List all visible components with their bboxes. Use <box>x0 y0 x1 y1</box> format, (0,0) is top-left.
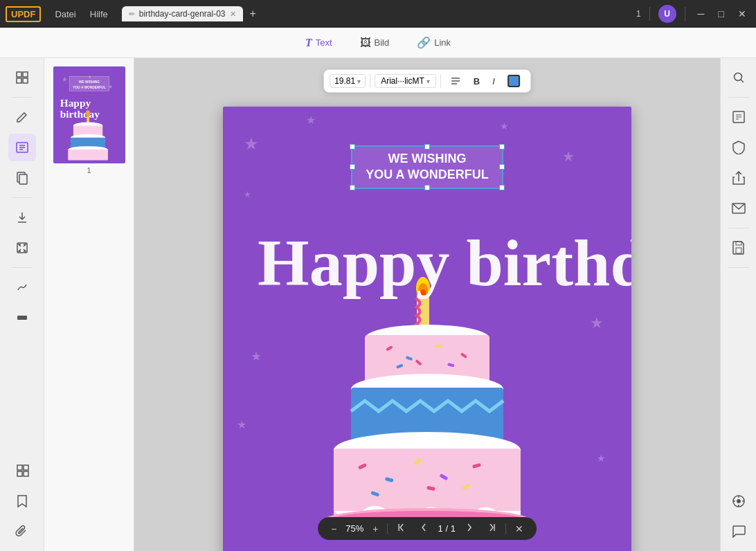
handle-mr[interactable] <box>499 164 505 170</box>
svg-point-77 <box>737 499 741 503</box>
right-sidebar-save[interactable] <box>725 234 753 262</box>
sidebar-sep-2 <box>12 197 33 198</box>
separator <box>370 74 370 88</box>
user-avatar[interactable]: U <box>658 5 676 23</box>
toolbar-link[interactable]: 🔗 Link <box>411 33 456 52</box>
sidebar-icon-layers[interactable] <box>9 457 37 485</box>
main-toolbar: T Text 🖼 Bild 🔗 Link <box>0 28 756 58</box>
zoom-out-button[interactable]: − <box>327 522 340 536</box>
sidebar-icon-pages[interactable] <box>8 164 36 192</box>
font-size-control[interactable]: 19.81 ▾ <box>330 74 366 88</box>
thumbnail-panel: ★ ★ ★ WE WISHING YOU A WONDERFUL Happy b… <box>44 58 134 551</box>
nav-next-button[interactable] <box>461 521 478 536</box>
sidebar-sep-3 <box>12 267 33 268</box>
zoom-in-button[interactable]: + <box>369 522 381 536</box>
separator <box>649 7 650 21</box>
updf-logo: UPDF <box>6 6 41 22</box>
page-wrapper[interactable]: ★ ★ ★ ★ ★ ★ ★ ★ ★ <box>223 107 631 551</box>
svg-rect-74 <box>736 248 741 253</box>
svg-rect-9 <box>19 174 27 184</box>
handle-tl[interactable] <box>350 144 355 150</box>
svg-point-27 <box>86 110 90 117</box>
handle-tr[interactable] <box>499 144 505 150</box>
handle-br[interactable] <box>499 185 505 190</box>
sidebar-icon-extract[interactable] <box>8 204 36 231</box>
toolbar-text[interactable]: T Text <box>300 34 338 52</box>
right-sidebar-search[interactable] <box>725 64 753 91</box>
zoom-level: 75% <box>345 523 363 534</box>
right-sidebar-ocr[interactable] <box>725 103 753 131</box>
right-sidebar-share[interactable] <box>725 164 753 192</box>
sidebar-icon-thumbnail[interactable] <box>8 64 36 91</box>
font-name-chevron[interactable]: ▾ <box>426 78 430 85</box>
tab-close-button[interactable]: ✕ <box>230 10 236 19</box>
close-bottom-button[interactable]: ✕ <box>512 522 527 536</box>
font-size-chevron[interactable]: ▾ <box>357 78 361 85</box>
new-tab-button[interactable]: + <box>250 8 256 20</box>
happy-birthday-text: Happy birthday <box>237 209 618 328</box>
color-swatch[interactable] <box>507 75 520 87</box>
menu-hilfe[interactable]: Hilfe <box>84 6 114 22</box>
right-sidebar-email[interactable] <box>725 195 753 222</box>
svg-rect-13 <box>17 465 22 470</box>
sidebar-icon-compress[interactable] <box>8 234 36 262</box>
close-button[interactable]: ✕ <box>734 8 750 19</box>
toolbar-link-label: Link <box>434 37 451 48</box>
svg-text:YOU A WONDERFUL: YOU A WONDERFUL <box>73 86 105 89</box>
right-sidebar-protect[interactable] <box>725 134 753 161</box>
svg-rect-14 <box>24 465 28 470</box>
handle-bm[interactable] <box>424 185 430 190</box>
titlebar-right: 1 U ─ □ ✕ <box>636 5 750 23</box>
svg-text:WE WISHING: WE WISHING <box>78 80 99 84</box>
text-edit-toolbar: 19.81 ▾ Arial···licMT ▾ B I <box>323 69 531 93</box>
nav-last-button[interactable] <box>483 521 500 536</box>
bottom-toolbar: − 75% + 1 / 1 ✕ <box>318 517 537 540</box>
titlebar: UPDF Datei Hilfe ✏ birthday-card-genral-… <box>0 0 756 28</box>
font-size-value: 19.81 <box>334 76 355 86</box>
nav-prev-button[interactable] <box>416 521 433 536</box>
active-tab[interactable]: ✏ birthday-card-genral-03 ✕ <box>122 6 243 21</box>
tab-title: birthday-card-genral-03 <box>139 9 226 19</box>
handle-tm[interactable] <box>424 144 430 150</box>
bold-button[interactable]: B <box>469 74 485 89</box>
menu-datei[interactable]: Datei <box>49 6 81 22</box>
font-name-control[interactable]: Arial···licMT ▾ <box>375 74 436 88</box>
handle-bl[interactable] <box>350 185 355 190</box>
align-button[interactable] <box>445 73 466 89</box>
page-canvas[interactable]: ★ ★ ★ ★ ★ ★ ★ ★ ★ <box>223 107 631 551</box>
sidebar-icon-sign[interactable] <box>8 273 36 301</box>
thumbnail-page-number: 1 <box>87 166 91 174</box>
svg-rect-1 <box>23 72 28 77</box>
right-sidebar <box>720 58 756 551</box>
sidebar-icon-bookmark[interactable] <box>8 487 36 515</box>
right-sidebar-comment[interactable] <box>725 518 753 545</box>
sidebar-icon-redact[interactable] <box>8 304 36 332</box>
minimize-button[interactable]: ─ <box>694 8 709 19</box>
svg-rect-16 <box>24 471 28 476</box>
right-sidebar-ai[interactable] <box>725 487 753 515</box>
svg-rect-0 <box>17 72 21 77</box>
separator <box>440 74 441 88</box>
nav-first-button[interactable] <box>394 521 411 536</box>
svg-rect-54 <box>334 449 521 518</box>
left-sidebar <box>0 58 44 551</box>
text-toolbar-icon: T <box>305 37 312 49</box>
sidebar-icon-attachment[interactable] <box>8 518 36 545</box>
separator <box>388 523 388 534</box>
sidebar-icon-text-edit[interactable] <box>8 134 36 161</box>
sidebar-icon-edit[interactable] <box>8 103 36 131</box>
selected-text-box[interactable]: WE WISHING YOU A WONDERFUL <box>351 145 503 189</box>
thumbnail-page-1[interactable]: ★ ★ ★ WE WISHING YOU A WONDERFUL Happy b… <box>53 66 125 174</box>
content-area[interactable]: 19.81 ▾ Arial···licMT ▾ B I ★ ★ <box>134 58 720 551</box>
bild-icon: 🖼 <box>360 37 371 49</box>
svg-text:birthday: birthday <box>60 108 100 120</box>
svg-rect-15 <box>17 471 22 476</box>
svg-rect-33 <box>68 150 108 160</box>
handle-ml[interactable] <box>350 164 355 170</box>
italic-button[interactable]: I <box>487 74 500 89</box>
svg-line-68 <box>741 80 744 82</box>
color-picker-button[interactable] <box>503 73 525 89</box>
toolbar-bild[interactable]: 🖼 Bild <box>354 34 395 52</box>
sidebar-sep <box>728 228 749 228</box>
maximize-button[interactable]: □ <box>714 8 728 19</box>
